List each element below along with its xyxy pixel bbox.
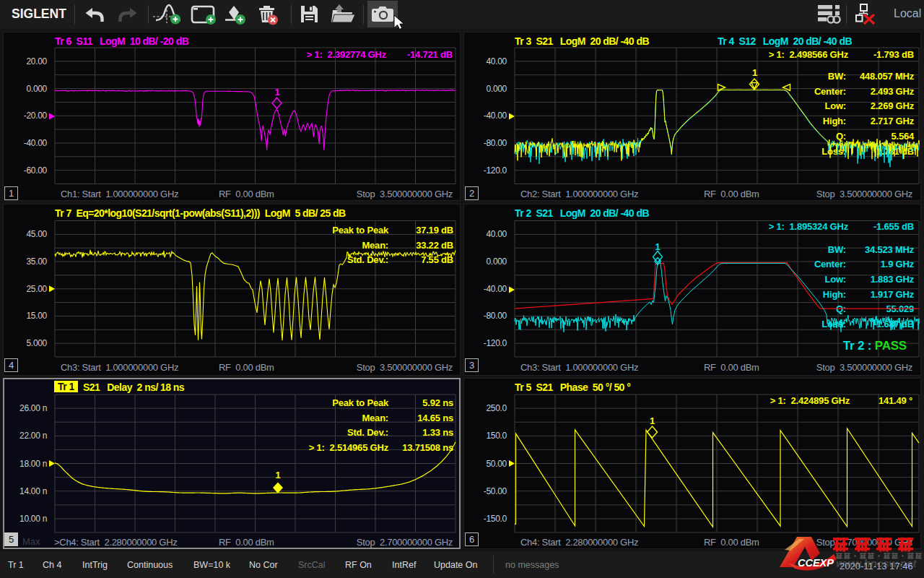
svg-text:CCEXP: CCEXP [798, 557, 834, 569]
svg-text:1: 1 [275, 470, 280, 480]
svg-text:1: 1 [274, 87, 279, 98]
svg-text:1: 1 [655, 241, 660, 252]
svg-text:1: 1 [752, 67, 757, 78]
svg-text:1: 1 [650, 415, 655, 426]
